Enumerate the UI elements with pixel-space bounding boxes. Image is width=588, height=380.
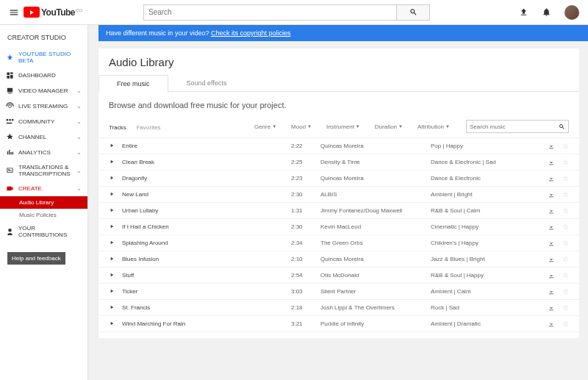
track-duration: 3:03 xyxy=(291,288,320,295)
track-name: Blues Infusion xyxy=(122,256,291,262)
star-icon[interactable]: ☆ xyxy=(562,271,569,279)
star-icon[interactable]: ☆ xyxy=(562,190,569,198)
download-icon[interactable] xyxy=(548,191,555,198)
sidebar-item-community[interactable]: COMMUNITY⌄ xyxy=(0,114,87,129)
banner-link[interactable]: Check its copyright policies xyxy=(211,29,291,37)
filter-attribution[interactable]: Attribution ▼ xyxy=(417,123,450,130)
track-genre: Dance & Electronic xyxy=(431,175,526,182)
play-button[interactable] xyxy=(109,256,122,263)
bell-icon[interactable] xyxy=(542,7,551,17)
download-icon[interactable] xyxy=(548,320,555,328)
track-row: If I Had a Chicken2:30Kevin MacLeodCinem… xyxy=(98,219,579,235)
play-button[interactable] xyxy=(109,272,122,279)
download-icon[interactable] xyxy=(548,272,555,279)
track-actions: ☆ xyxy=(548,304,569,312)
sidebar-item-dashboard[interactable]: DASHBOARD xyxy=(0,68,87,83)
star-icon[interactable]: ☆ xyxy=(562,255,569,263)
logo-play-icon xyxy=(24,7,40,18)
download-icon[interactable] xyxy=(548,304,555,312)
sidebar-item-label: CHANNEL xyxy=(18,134,46,140)
star-icon[interactable]: ☆ xyxy=(562,174,569,182)
play-button[interactable] xyxy=(109,304,122,312)
star-icon[interactable]: ☆ xyxy=(562,304,569,312)
help-button[interactable]: Help and feedback xyxy=(7,252,65,265)
play-button[interactable] xyxy=(109,207,122,215)
sidebar-sub-music-policies[interactable]: Music Policies xyxy=(0,209,87,221)
track-duration: 2:54 xyxy=(291,272,320,279)
track-duration: 2:22 xyxy=(291,143,320,149)
track-genre: R&B & Soul | Calm xyxy=(431,207,526,214)
track-actions: ☆ xyxy=(548,158,569,166)
play-button[interactable] xyxy=(109,240,122,247)
sidebar-item-analytics[interactable]: ANALYTICS⌄ xyxy=(0,145,87,160)
filter-mood[interactable]: Mood ▼ xyxy=(291,123,312,130)
download-icon[interactable] xyxy=(548,207,555,215)
search-music-icon[interactable] xyxy=(555,123,568,130)
track-name: Dragonfly xyxy=(122,175,291,182)
filter-tab-tracks[interactable]: Tracks xyxy=(109,124,126,131)
upload-icon[interactable] xyxy=(519,7,528,17)
sidebar-item-video-manager[interactable]: VIDEO MANAGER⌄ xyxy=(0,83,87,98)
download-icon[interactable] xyxy=(548,256,555,263)
sidebar-item-live-streaming[interactable]: LIVE STREAMING⌄ xyxy=(0,98,87,114)
download-icon[interactable] xyxy=(548,143,555,150)
track-artist: Otis McDonald xyxy=(320,272,431,279)
dash-icon xyxy=(6,71,14,79)
track-duration: 2:30 xyxy=(291,191,320,198)
download-icon[interactable] xyxy=(548,288,555,295)
main: Have different music in your video? Chec… xyxy=(88,25,588,380)
track-row: St. Francis2:18Josh Lippi & The Overtime… xyxy=(98,300,579,316)
play-button[interactable] xyxy=(109,191,122,198)
contrib-icon xyxy=(6,228,14,236)
sidebar-item-create[interactable]: CREATE⌄ xyxy=(0,181,87,196)
track-row: Wind Marching For Rain3:21Puddle of Infi… xyxy=(98,316,579,332)
star-icon[interactable]: ☆ xyxy=(562,142,569,150)
play-button[interactable] xyxy=(109,223,122,231)
star-icon[interactable]: ☆ xyxy=(562,239,569,247)
track-row: Ticker3:03Silent PartnerAmbient | Calm☆ xyxy=(98,284,579,300)
tab-sound-effects[interactable]: Sound effects xyxy=(168,74,245,91)
play-button[interactable] xyxy=(109,288,122,295)
star-icon[interactable]: ☆ xyxy=(562,223,569,231)
search-music-input[interactable] xyxy=(467,123,555,130)
search-music-box xyxy=(466,120,569,133)
play-button[interactable] xyxy=(109,159,122,166)
download-icon[interactable] xyxy=(548,223,555,231)
sidebar-item-youtube-studio-beta[interactable]: YOUTUBE STUDIO BETA xyxy=(0,47,87,68)
star-icon[interactable]: ☆ xyxy=(562,158,569,166)
filter-instrument[interactable]: Instrument ▼ xyxy=(326,123,360,130)
star-icon[interactable]: ☆ xyxy=(562,287,569,295)
track-actions: ☆ xyxy=(548,190,569,198)
filter-genre[interactable]: Genre ▼ xyxy=(254,123,276,130)
filter-tab-favorites[interactable]: Favorites xyxy=(137,124,161,131)
track-actions: ☆ xyxy=(548,271,569,279)
play-button[interactable] xyxy=(109,320,122,328)
star-icon[interactable]: ☆ xyxy=(562,207,569,215)
track-genre: R&B & Soul | Happy xyxy=(431,272,526,279)
track-row: Entire2:22Quincas MoreiraPop | Happy☆ xyxy=(98,138,579,154)
sidebar-item-translations-transcriptions[interactable]: TRANSLATIONS & TRANSCRIPTIONS⌄ xyxy=(0,160,87,181)
track-artist: Silent Partner xyxy=(320,288,431,295)
page-title: Audio Library xyxy=(98,49,579,74)
play-button[interactable] xyxy=(109,143,122,150)
youtube-logo[interactable]: YouTube CO xyxy=(24,7,82,18)
avatar[interactable] xyxy=(564,5,579,20)
search-button[interactable] xyxy=(397,4,430,21)
play-button[interactable] xyxy=(109,175,122,182)
download-icon[interactable] xyxy=(548,159,555,166)
download-icon[interactable] xyxy=(548,175,555,182)
download-icon[interactable] xyxy=(548,240,555,247)
filter-duration[interactable]: Duration ▼ xyxy=(375,123,403,130)
tab-free-music[interactable]: Free music xyxy=(98,75,168,92)
track-genre: Children's | Happy xyxy=(431,240,526,246)
track-duration: 2:18 xyxy=(291,304,320,311)
star-icon[interactable]: ☆ xyxy=(562,320,569,328)
track-genre: Ambient | Bright xyxy=(431,191,526,198)
track-name: Wind Marching For Rain xyxy=(122,320,291,327)
sidebar-item-your-contributions[interactable]: YOUR CONTRIBUTIONS xyxy=(0,221,87,242)
sidebar: CREATOR STUDIO YOUTUBE STUDIO BETADASHBO… xyxy=(0,25,88,380)
search-input[interactable] xyxy=(143,4,397,21)
sidebar-item-channel[interactable]: CHANNEL⌄ xyxy=(0,129,87,145)
menu-icon[interactable] xyxy=(9,7,19,18)
sidebar-sub-audio-library[interactable]: Audio Library xyxy=(0,196,87,209)
